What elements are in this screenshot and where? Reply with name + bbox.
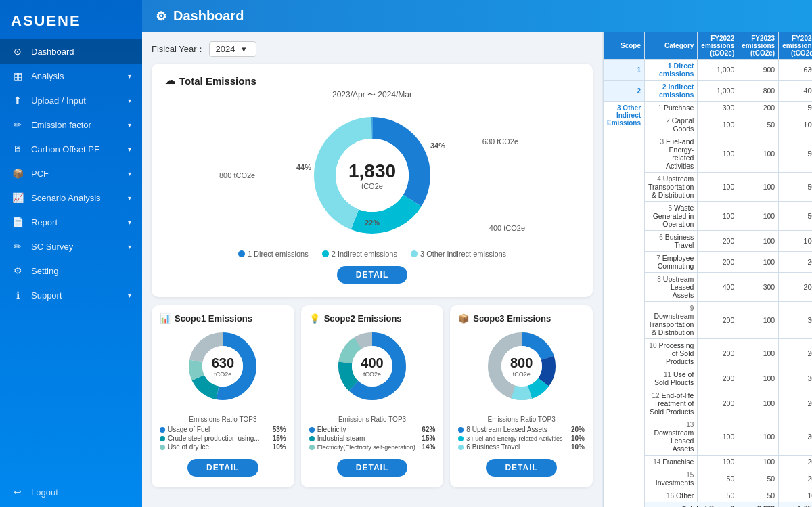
cat-13: 13 Downstream Leased Assets <box>645 418 698 456</box>
scope2-category: 2 Indirect emissions <box>645 81 698 102</box>
chevron-down-icon: ▾ <box>128 194 131 202</box>
chevron-down-icon: ▾ <box>128 292 131 299</box>
cat-1: 1 Purchase <box>645 102 698 114</box>
fiscal-year-dropdown[interactable]: 2024 ▾ <box>209 41 256 57</box>
dropdown-arrow-icon: ▾ <box>242 44 246 54</box>
report-icon: 📄 <box>11 217 24 227</box>
scope3-ratio-dot-1 <box>458 427 464 433</box>
scope3-ratio-pct-3: 10% <box>571 443 585 451</box>
scope2-ratio-label-2: Industrial steam <box>317 435 422 442</box>
scope1-donut: 630 tCO2e <box>185 329 260 403</box>
scope1-ratio-1: Usage of Fuel 53% <box>160 426 286 433</box>
total-donut-inner: 1,830 tCO2e <box>348 160 396 190</box>
th-category: Category <box>645 32 698 60</box>
chevron-down-icon: ▾ <box>128 243 131 250</box>
cloud-icon: ☁ <box>165 74 175 87</box>
scope2-ratio-title: Emissions Ratio TOP3 <box>309 416 436 423</box>
th-scope: Scope <box>604 32 645 60</box>
logout-button[interactable]: ↩ Logout <box>0 477 142 507</box>
scope2-fy2024: 400 <box>779 81 812 102</box>
scope2-card: 💡 Scope2 Emissions <box>301 305 444 487</box>
legend-label-scope2: 2 Indirect emissions <box>332 250 397 258</box>
sidebar-item-report[interactable]: 📄 Report ▾ <box>0 210 142 234</box>
total-scope3-fy2022: 2,600 <box>738 502 779 508</box>
sidebar-item-upload[interactable]: ⬆ Upload / Input ▾ <box>0 88 142 112</box>
scope2-value: 400 <box>361 355 383 371</box>
scope1-ratio-pct-3: 10% <box>273 443 286 451</box>
sidebar-item-carbon-offset[interactable]: 🖥 Carbon Offset PF ▾ <box>0 137 142 161</box>
analysis-icon: ▦ <box>11 70 24 81</box>
chevron-down-icon: ▾ <box>128 72 131 80</box>
cat-8: 8 Upstream Leased Assets <box>645 273 698 302</box>
scope1-ratio-dot-1 <box>160 427 165 433</box>
sidebar-item-support[interactable]: ℹ Support ▾ <box>0 283 142 307</box>
scope2-cell[interactable]: 2 <box>604 81 645 102</box>
content-area: Fisical Year： 2024 ▾ ☁ Total Emissions 2… <box>142 32 812 507</box>
scope3-cell[interactable]: 3 OtherIndirectEmissions <box>604 102 645 508</box>
sidebar-item-setting[interactable]: ⚙ Setting <box>0 259 142 283</box>
total-emissions-title: ☁ Total Emissions <box>165 74 579 87</box>
pcf-icon: 📦 <box>11 168 24 179</box>
th-fy2022: FY2022 emissions (tCO2e) <box>698 32 738 60</box>
legend-label-scope1: 1 Direct emissions <box>248 250 309 258</box>
cat-1-fy2024: 50 <box>779 102 812 114</box>
logout-label: Logout <box>31 487 58 498</box>
scope1-unit: tCO2e <box>212 371 234 378</box>
legend-item-scope1: 1 Direct emissions <box>238 250 309 258</box>
scope1-inner: 630 tCO2e <box>212 355 234 378</box>
scope2-inner: 400 tCO2e <box>361 355 383 378</box>
sidebar-item-label: PCF <box>31 169 49 179</box>
scope3-inner: 800 tCO2e <box>510 355 533 378</box>
sidebar-item-label: SC Survey <box>31 242 73 252</box>
scope1-ratio-dot-2 <box>160 436 165 441</box>
pct-34: 34% <box>430 141 445 150</box>
scope1-ratio-label-2: Crude steel production using... <box>168 435 273 442</box>
label-left: 800 tCO2e <box>219 171 255 179</box>
scope3-ratio-pct-1: 20% <box>571 426 585 433</box>
scope1-card: 📊 Scope1 Emissions <box>152 305 294 487</box>
scope1-ratio-dot-3 <box>160 445 165 450</box>
legend-dot-scope3 <box>411 250 418 257</box>
sidebar-item-analysis[interactable]: ▦ Analysis ▾ <box>0 64 142 88</box>
scope2-title: 💡 Scope2 Emissions <box>309 313 436 324</box>
scope1-category: 1 Direct emissions <box>645 60 698 81</box>
upload-icon: ⬆ <box>11 95 24 106</box>
cat-3: 3 Fuel-and Energy-related Activities <box>645 135 698 173</box>
total-detail-button[interactable]: DETAIL <box>337 266 407 284</box>
cat-10: 10 Processing of Sold Products <box>645 339 698 368</box>
chevron-down-icon: ▾ <box>128 170 131 177</box>
scope3-ratio-dot-3 <box>458 445 464 450</box>
scope1-ratio-label-3: Use of dry ice <box>168 443 273 451</box>
sidebar-item-pcf[interactable]: 📦 PCF ▾ <box>0 161 142 185</box>
main-area: ⚙ Dashboard Fisical Year： 2024 ▾ ☁ Total… <box>142 0 812 507</box>
scope1-fy2022: 1,000 <box>698 60 738 81</box>
scope3-ratio-pct-2: 10% <box>571 435 585 442</box>
scope1-ratio-title: Emissions Ratio TOP3 <box>160 416 286 423</box>
sidebar-item-sc-survey[interactable]: ✏ SC Survey ▾ <box>0 234 142 259</box>
cat-14: 14 Franchise <box>645 456 698 468</box>
scope3-detail-button[interactable]: DETAIL <box>486 459 556 477</box>
scope1-cell[interactable]: 1 <box>604 60 645 81</box>
fiscal-year-selector: Fisical Year： 2024 ▾ <box>152 41 593 57</box>
sidebar-item-scenario[interactable]: 📈 Scenario Analysis ▾ <box>0 185 142 210</box>
scope1-ratio-label-1: Usage of Fuel <box>168 426 273 433</box>
pct-22: 22% <box>365 219 380 227</box>
total-value: 1,830 <box>348 160 396 182</box>
scope2-detail-button[interactable]: DETAIL <box>337 459 407 477</box>
cat-9: 9 Downstream Transportation & Distributi… <box>645 302 698 339</box>
sidebar-item-emission-factor[interactable]: ✏ Emission factor ▾ <box>0 112 142 137</box>
scope1-detail-button[interactable]: DETAIL <box>187 459 258 477</box>
scope3-card: 📦 Scope3 Emissions <box>450 305 593 487</box>
scope3-ratio-3: 6 Business Travel 10% <box>458 443 585 451</box>
emission-factor-icon: ✏ <box>11 119 24 130</box>
sidebar-nav: ⊙ Dashboard ▦ Analysis ▾ ⬆ Upload / Inpu… <box>0 39 142 477</box>
logout-icon: ↩ <box>11 487 24 498</box>
label-bottom: 400 tCO2e <box>489 224 525 232</box>
scope2-ratio-label-1: Electricity <box>317 426 422 433</box>
label-right: 630 tCO2e <box>482 137 518 146</box>
right-panel: Scope Category FY2022 emissions (tCO2e) … <box>602 32 812 507</box>
dashboard-icon: ⊙ <box>11 46 24 57</box>
app-logo: ASUENE <box>0 0 142 39</box>
sidebar-item-dashboard[interactable]: ⊙ Dashboard <box>0 39 142 64</box>
scope3-title: 📦 Scope3 Emissions <box>458 313 585 324</box>
